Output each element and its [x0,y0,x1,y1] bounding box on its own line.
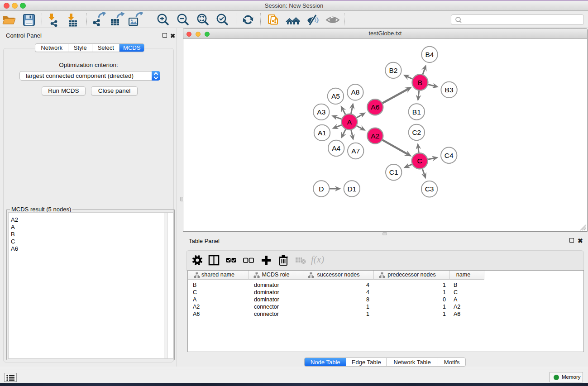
svg-text:A8: A8 [351,88,359,96]
svg-text:B1: B1 [412,108,421,116]
svg-text:C2: C2 [412,129,421,136]
svg-text:B: B [418,79,422,86]
svg-text:B2: B2 [389,67,397,74]
svg-text:A3: A3 [317,108,325,116]
svg-text:D1: D1 [347,185,356,193]
svg-text:B3: B3 [445,86,454,94]
svg-text:B4: B4 [425,51,434,58]
svg-text:C: C [417,157,422,165]
svg-text:A2: A2 [371,132,379,140]
svg-text:D: D [319,185,324,193]
svg-text:A1: A1 [318,129,326,137]
svg-text:C4: C4 [445,152,454,159]
svg-text:A5: A5 [331,92,340,100]
svg-text:C3: C3 [425,185,434,193]
svg-text:A: A [347,118,352,126]
svg-text:A7: A7 [351,147,360,155]
svg-text:A6: A6 [371,103,379,111]
svg-text:A4: A4 [332,144,340,152]
svg-text:C1: C1 [389,168,398,176]
